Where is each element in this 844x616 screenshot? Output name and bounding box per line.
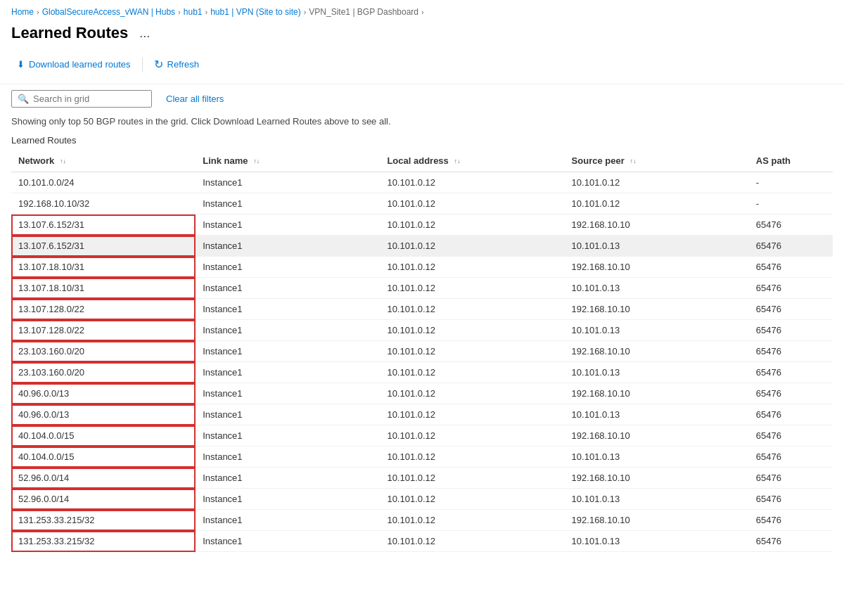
refresh-label: Refresh xyxy=(167,59,200,70)
cell-as-path: 65476 xyxy=(749,468,833,489)
cell-network: 40.96.0.0/13 xyxy=(11,383,196,404)
info-text: Showing only top 50 BGP routes in the gr… xyxy=(0,113,844,132)
filters-bar: 🔍 Clear all filters xyxy=(0,84,844,113)
cell-link-name: Instance1 xyxy=(196,278,380,299)
cell-network: 13.107.6.152/31 xyxy=(11,236,196,257)
cell-link-name: Instance1 xyxy=(196,320,380,341)
search-input[interactable] xyxy=(33,94,146,104)
cell-local-address: 10.101.0.12 xyxy=(380,531,564,552)
cell-source-peer: 10.101.0.13 xyxy=(565,362,749,383)
cell-local-address: 10.101.0.12 xyxy=(380,341,564,362)
cell-local-address: 10.101.0.12 xyxy=(380,489,564,510)
cell-as-path: 65476 xyxy=(749,214,833,236)
cell-source-peer: 10.101.0.13 xyxy=(565,489,749,510)
table-row[interactable]: 13.107.128.0/22Instance110.101.0.1210.10… xyxy=(11,320,833,341)
sort-local-icon[interactable]: ↑↓ xyxy=(454,158,460,165)
cell-source-peer: 192.168.10.10 xyxy=(565,425,749,447)
table-row[interactable]: 10.101.0.0/24Instance110.101.0.1210.101.… xyxy=(11,172,833,193)
cell-source-peer: 10.101.0.13 xyxy=(565,278,749,299)
table-row[interactable]: 131.253.33.215/32Instance110.101.0.1210.… xyxy=(11,531,833,552)
breadcrumb-home[interactable]: Home xyxy=(11,7,34,17)
table-row[interactable]: 52.96.0.0/14Instance110.101.0.1210.101.0… xyxy=(11,489,833,510)
cell-link-name: Instance1 xyxy=(196,299,380,320)
cell-as-path: 65476 xyxy=(749,531,833,552)
table-container: Network ↑↓ Link name ↑↓ Local address ↑↓… xyxy=(0,150,844,552)
cell-as-path: 65476 xyxy=(749,278,833,299)
col-network[interactable]: Network ↑↓ xyxy=(11,150,196,172)
cell-as-path: 65476 xyxy=(749,320,833,341)
refresh-button[interactable]: Refresh xyxy=(148,53,205,75)
cell-as-path: 65476 xyxy=(749,257,833,278)
ellipsis-button[interactable]: ... xyxy=(135,25,154,42)
cell-source-peer: 10.101.0.13 xyxy=(565,236,749,257)
download-button[interactable]: Download learned routes xyxy=(11,55,136,74)
page-title: Learned Routes xyxy=(11,24,128,42)
cell-network: 10.101.0.0/24 xyxy=(11,172,196,193)
download-icon xyxy=(17,59,25,70)
cell-network: 192.168.10.10/32 xyxy=(11,193,196,214)
sort-link-icon[interactable]: ↑↓ xyxy=(253,158,260,165)
cell-local-address: 10.101.0.12 xyxy=(380,278,564,299)
cell-local-address: 10.101.0.12 xyxy=(380,383,564,404)
cell-as-path: 65476 xyxy=(749,341,833,362)
table-row[interactable]: 13.107.6.152/31Instance110.101.0.12192.1… xyxy=(11,214,833,236)
table-row[interactable]: 40.96.0.0/13Instance110.101.0.12192.168.… xyxy=(11,383,833,404)
sort-source-icon[interactable]: ↑↓ xyxy=(629,158,636,165)
col-source-peer[interactable]: Source peer ↑↓ xyxy=(565,150,749,172)
table-row[interactable]: 40.96.0.0/13Instance110.101.0.1210.101.0… xyxy=(11,404,833,425)
cell-network: 13.107.128.0/22 xyxy=(11,299,196,320)
cell-as-path: 65476 xyxy=(749,299,833,320)
table-row[interactable]: 13.107.6.152/31Instance110.101.0.1210.10… xyxy=(11,236,833,257)
sort-network-icon[interactable]: ↑↓ xyxy=(60,158,66,165)
cell-link-name: Instance1 xyxy=(196,236,380,257)
cell-source-peer: 10.101.0.13 xyxy=(565,320,749,341)
table-row[interactable]: 40.104.0.0/15Instance110.101.0.12192.168… xyxy=(11,425,833,447)
cell-as-path: 65476 xyxy=(749,489,833,510)
table-row[interactable]: 13.107.18.10/31Instance110.101.0.12192.1… xyxy=(11,257,833,278)
cell-network: 13.107.18.10/31 xyxy=(11,257,196,278)
cell-source-peer: 10.101.0.13 xyxy=(565,404,749,425)
cell-link-name: Instance1 xyxy=(196,489,380,510)
cell-source-peer: 10.101.0.12 xyxy=(565,193,749,214)
table-row[interactable]: 23.103.160.0/20Instance110.101.0.1210.10… xyxy=(11,362,833,383)
table-row[interactable]: 13.107.128.0/22Instance110.101.0.12192.1… xyxy=(11,299,833,320)
cell-as-path: 65476 xyxy=(749,362,833,383)
cell-link-name: Instance1 xyxy=(196,172,380,193)
cell-local-address: 10.101.0.12 xyxy=(380,362,564,383)
cell-network: 13.107.18.10/31 xyxy=(11,278,196,299)
cell-source-peer: 192.168.10.10 xyxy=(565,468,749,489)
col-local-address[interactable]: Local address ↑↓ xyxy=(380,150,564,172)
cell-as-path: 65476 xyxy=(749,404,833,425)
clear-filters-button[interactable]: Clear all filters xyxy=(163,91,226,107)
cell-local-address: 10.101.0.12 xyxy=(380,214,564,236)
table-row[interactable]: 192.168.10.10/32Instance110.101.0.1210.1… xyxy=(11,193,833,214)
cell-link-name: Instance1 xyxy=(196,447,380,468)
table-row[interactable]: 23.103.160.0/20Instance110.101.0.12192.1… xyxy=(11,341,833,362)
cell-link-name: Instance1 xyxy=(196,383,380,404)
cell-network: 131.253.33.215/32 xyxy=(11,510,196,531)
cell-local-address: 10.101.0.12 xyxy=(380,447,564,468)
cell-network: 40.96.0.0/13 xyxy=(11,404,196,425)
table-row[interactable]: 52.96.0.0/14Instance110.101.0.12192.168.… xyxy=(11,468,833,489)
breadcrumb-vpn[interactable]: hub1 | VPN (Site to site) xyxy=(210,7,301,17)
table-row[interactable]: 13.107.18.10/31Instance110.101.0.1210.10… xyxy=(11,278,833,299)
breadcrumb-vwan[interactable]: GlobalSecureAccess_vWAN | Hubs xyxy=(42,7,175,17)
search-icon: 🔍 xyxy=(18,94,29,104)
cell-link-name: Instance1 xyxy=(196,510,380,531)
table-row[interactable]: 131.253.33.215/32Instance110.101.0.12192… xyxy=(11,510,833,531)
breadcrumb-hub1[interactable]: hub1 xyxy=(184,7,203,17)
cell-as-path: 65476 xyxy=(749,447,833,468)
table-row[interactable]: 40.104.0.0/15Instance110.101.0.1210.101.… xyxy=(11,447,833,468)
cell-network: 131.253.33.215/32 xyxy=(11,531,196,552)
cell-source-peer: 192.168.10.10 xyxy=(565,341,749,362)
toolbar-divider xyxy=(142,58,143,72)
col-link-name[interactable]: Link name ↑↓ xyxy=(196,150,380,172)
cell-link-name: Instance1 xyxy=(196,214,380,236)
search-box[interactable]: 🔍 xyxy=(11,90,152,108)
routes-table: Network ↑↓ Link name ↑↓ Local address ↑↓… xyxy=(11,150,833,552)
cell-link-name: Instance1 xyxy=(196,531,380,552)
cell-network: 23.103.160.0/20 xyxy=(11,341,196,362)
cell-network: 13.107.128.0/22 xyxy=(11,320,196,341)
breadcrumb: Home › GlobalSecureAccess_vWAN | Hubs › … xyxy=(0,0,844,21)
cell-as-path: 65476 xyxy=(749,510,833,531)
